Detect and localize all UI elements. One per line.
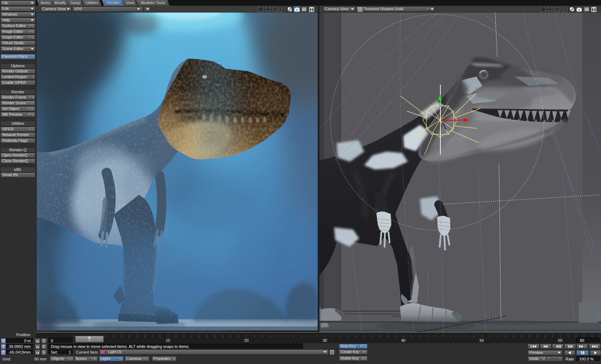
svg-text:+: + [584,345,586,349]
